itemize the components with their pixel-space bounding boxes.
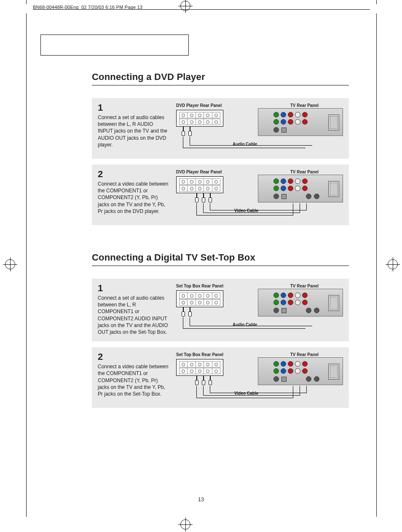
source-rear-panel (176, 290, 223, 307)
step-number: 2 (98, 352, 169, 362)
crop-mark (376, 0, 377, 4)
step-text-block: 1 Connect a set of audio cables between … (98, 103, 169, 148)
step-number: 1 (98, 103, 169, 112)
cable-wire (190, 137, 312, 146)
cable-plug-icon (195, 376, 199, 386)
source-panel-label: Set Top Box Rear Panel (176, 284, 223, 288)
source-rear-panel (176, 359, 223, 376)
page-number: 13 (0, 496, 402, 503)
cable-plug-icon (188, 307, 192, 317)
dvi-port-icon (328, 364, 339, 380)
chapter-title-box (40, 35, 189, 56)
registration-mark-top (180, 1, 190, 11)
dvi-port-icon (328, 114, 339, 130)
tv-panel-label: TV Rear Panel (290, 284, 319, 288)
step-body: Connect a video cable between the COMPON… (98, 181, 169, 215)
cable-plug-icon (188, 127, 192, 137)
cable-plug-icon (208, 376, 212, 386)
tv-rear-panel (258, 108, 343, 136)
tv-panel-label: TV Rear Panel (290, 170, 319, 174)
crop-mark (26, 0, 27, 4)
source-rear-panel (176, 176, 223, 193)
source-panel-label: DVD Player Rear Panel (176, 103, 222, 108)
cable-wire (210, 203, 307, 210)
cable-wire (210, 386, 307, 393)
dvi-port-icon (328, 295, 339, 311)
registration-mark-left (5, 259, 15, 269)
step-number: 2 (98, 170, 169, 179)
section-heading: Connecting a Digital TV Set-Top Box (92, 252, 349, 263)
step-body: Connect a set of audio cables between th… (98, 295, 169, 335)
content-area: Connecting a DVD Player 1 Connect a set … (92, 72, 349, 414)
cable-wire (190, 317, 312, 326)
cable-plug-icon (208, 193, 212, 203)
instruction-step: 2 Connect a video cable between the COMP… (92, 347, 349, 408)
dvi-port-icon (328, 181, 339, 197)
tv-rear-panel (258, 175, 343, 202)
right-trim-rule (376, 13, 377, 517)
instruction-step: 1 Connect a set of audio cables between … (92, 279, 349, 341)
instruction-step: 1 Connect a set of audio cables between … (92, 98, 349, 159)
cable-plug-icon (181, 127, 185, 137)
connection-diagram: DVD Player Rear Panel Video Cable TV Rea… (174, 170, 343, 219)
source-panel-label: DVD Player Rear Panel (176, 170, 222, 174)
tv-rear-panel (258, 357, 343, 385)
step-body: Connect a set of audio cables between th… (98, 114, 169, 148)
tv-rear-panel (258, 289, 343, 317)
source-panel-label: Set Top Box Rear Panel (176, 352, 223, 357)
connection-diagram: Set Top Box Rear Panel Audio Cable TV Re… (174, 284, 343, 333)
cable-plug-icon (195, 193, 199, 203)
connection-diagram: DVD Player Rear Panel Audio Cable TV Rea… (174, 103, 343, 153)
connection-diagram: Set Top Box Rear Panel Video Cable TV Re… (174, 352, 343, 402)
manual-page: BN68-00448R-00Eng_02 7/20/03 6:16 PM Pag… (0, 0, 402, 532)
tv-panel-label: TV Rear Panel (290, 352, 319, 357)
source-rear-panel (176, 110, 223, 127)
cable-plug-icon (201, 376, 206, 386)
heading-underline (92, 85, 349, 85)
instruction-step: 2 Connect a video cable between the COMP… (92, 165, 349, 225)
cable-plug-icon (181, 307, 185, 317)
step-text-block: 2 Connect a video cable between the COMP… (98, 352, 169, 397)
header-rule (33, 9, 370, 10)
left-trim-rule (26, 13, 27, 517)
heading-underline (92, 266, 349, 266)
step-body: Connect a video cable between the COMPON… (98, 363, 169, 397)
step-text-block: 1 Connect a set of audio cables between … (98, 284, 169, 335)
cable-plug-icon (201, 193, 206, 203)
section-heading: Connecting a DVD Player (92, 72, 349, 82)
step-text-block: 2 Connect a video cable between the COMP… (98, 170, 169, 215)
registration-mark-bottom (180, 519, 190, 529)
step-number: 1 (98, 284, 169, 293)
tv-panel-label: TV Rear Panel (290, 103, 319, 108)
registration-mark-right (388, 259, 398, 269)
